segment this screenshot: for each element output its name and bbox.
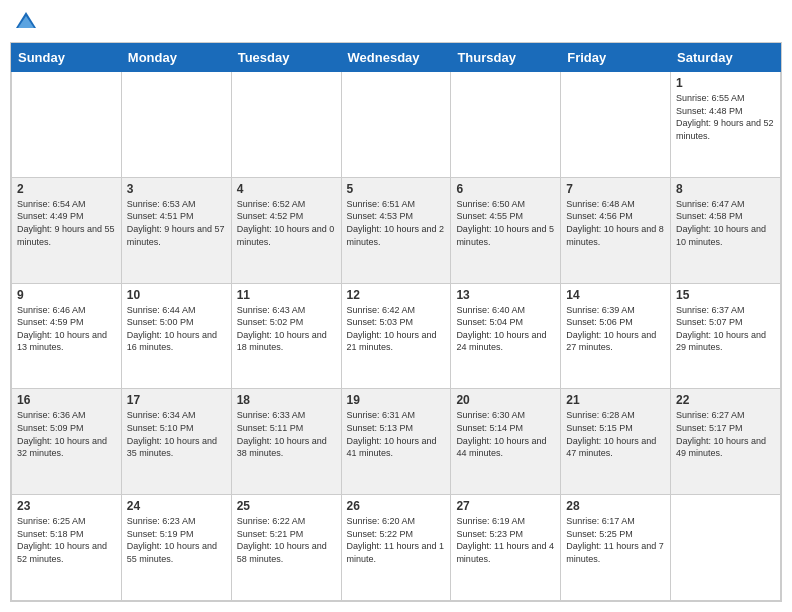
week-row-4: 23Sunrise: 6:25 AM Sunset: 5:18 PM Dayli… bbox=[12, 495, 781, 601]
day-info: Sunrise: 6:44 AM Sunset: 5:00 PM Dayligh… bbox=[127, 304, 226, 354]
day-cell: 28Sunrise: 6:17 AM Sunset: 5:25 PM Dayli… bbox=[561, 495, 671, 601]
day-cell: 13Sunrise: 6:40 AM Sunset: 5:04 PM Dayli… bbox=[451, 283, 561, 389]
day-cell: 4Sunrise: 6:52 AM Sunset: 4:52 PM Daylig… bbox=[231, 177, 341, 283]
week-row-1: 2Sunrise: 6:54 AM Sunset: 4:49 PM Daylig… bbox=[12, 177, 781, 283]
week-row-0: 1Sunrise: 6:55 AM Sunset: 4:48 PM Daylig… bbox=[12, 72, 781, 178]
day-cell: 22Sunrise: 6:27 AM Sunset: 5:17 PM Dayli… bbox=[671, 389, 781, 495]
day-number: 20 bbox=[456, 393, 555, 407]
calendar: SundayMondayTuesdayWednesdayThursdayFrid… bbox=[10, 42, 782, 602]
day-number: 6 bbox=[456, 182, 555, 196]
week-row-3: 16Sunrise: 6:36 AM Sunset: 5:09 PM Dayli… bbox=[12, 389, 781, 495]
day-cell: 8Sunrise: 6:47 AM Sunset: 4:58 PM Daylig… bbox=[671, 177, 781, 283]
day-cell: 9Sunrise: 6:46 AM Sunset: 4:59 PM Daylig… bbox=[12, 283, 122, 389]
day-number: 25 bbox=[237, 499, 336, 513]
day-cell: 23Sunrise: 6:25 AM Sunset: 5:18 PM Dayli… bbox=[12, 495, 122, 601]
day-number: 26 bbox=[347, 499, 446, 513]
day-info: Sunrise: 6:31 AM Sunset: 5:13 PM Dayligh… bbox=[347, 409, 446, 459]
day-number: 9 bbox=[17, 288, 116, 302]
day-number: 28 bbox=[566, 499, 665, 513]
day-header-tuesday: Tuesday bbox=[231, 44, 341, 72]
day-info: Sunrise: 6:37 AM Sunset: 5:07 PM Dayligh… bbox=[676, 304, 775, 354]
header-row: SundayMondayTuesdayWednesdayThursdayFrid… bbox=[12, 44, 781, 72]
day-cell: 3Sunrise: 6:53 AM Sunset: 4:51 PM Daylig… bbox=[121, 177, 231, 283]
day-cell: 16Sunrise: 6:36 AM Sunset: 5:09 PM Dayli… bbox=[12, 389, 122, 495]
day-cell: 19Sunrise: 6:31 AM Sunset: 5:13 PM Dayli… bbox=[341, 389, 451, 495]
day-cell bbox=[451, 72, 561, 178]
day-info: Sunrise: 6:46 AM Sunset: 4:59 PM Dayligh… bbox=[17, 304, 116, 354]
day-info: Sunrise: 6:20 AM Sunset: 5:22 PM Dayligh… bbox=[347, 515, 446, 565]
day-cell: 27Sunrise: 6:19 AM Sunset: 5:23 PM Dayli… bbox=[451, 495, 561, 601]
day-header-monday: Monday bbox=[121, 44, 231, 72]
day-cell bbox=[12, 72, 122, 178]
day-info: Sunrise: 6:27 AM Sunset: 5:17 PM Dayligh… bbox=[676, 409, 775, 459]
day-cell: 10Sunrise: 6:44 AM Sunset: 5:00 PM Dayli… bbox=[121, 283, 231, 389]
header bbox=[10, 10, 782, 34]
day-number: 15 bbox=[676, 288, 775, 302]
day-header-wednesday: Wednesday bbox=[341, 44, 451, 72]
day-cell: 18Sunrise: 6:33 AM Sunset: 5:11 PM Dayli… bbox=[231, 389, 341, 495]
day-number: 11 bbox=[237, 288, 336, 302]
day-number: 16 bbox=[17, 393, 116, 407]
page: SundayMondayTuesdayWednesdayThursdayFrid… bbox=[0, 0, 792, 612]
day-cell: 21Sunrise: 6:28 AM Sunset: 5:15 PM Dayli… bbox=[561, 389, 671, 495]
day-number: 27 bbox=[456, 499, 555, 513]
day-info: Sunrise: 6:34 AM Sunset: 5:10 PM Dayligh… bbox=[127, 409, 226, 459]
week-row-2: 9Sunrise: 6:46 AM Sunset: 4:59 PM Daylig… bbox=[12, 283, 781, 389]
day-number: 10 bbox=[127, 288, 226, 302]
day-info: Sunrise: 6:53 AM Sunset: 4:51 PM Dayligh… bbox=[127, 198, 226, 248]
day-cell: 14Sunrise: 6:39 AM Sunset: 5:06 PM Dayli… bbox=[561, 283, 671, 389]
day-cell: 24Sunrise: 6:23 AM Sunset: 5:19 PM Dayli… bbox=[121, 495, 231, 601]
day-number: 24 bbox=[127, 499, 226, 513]
day-cell: 1Sunrise: 6:55 AM Sunset: 4:48 PM Daylig… bbox=[671, 72, 781, 178]
day-info: Sunrise: 6:40 AM Sunset: 5:04 PM Dayligh… bbox=[456, 304, 555, 354]
day-cell bbox=[671, 495, 781, 601]
day-number: 14 bbox=[566, 288, 665, 302]
day-info: Sunrise: 6:30 AM Sunset: 5:14 PM Dayligh… bbox=[456, 409, 555, 459]
day-info: Sunrise: 6:23 AM Sunset: 5:19 PM Dayligh… bbox=[127, 515, 226, 565]
day-info: Sunrise: 6:54 AM Sunset: 4:49 PM Dayligh… bbox=[17, 198, 116, 248]
day-cell bbox=[561, 72, 671, 178]
day-number: 3 bbox=[127, 182, 226, 196]
day-number: 23 bbox=[17, 499, 116, 513]
day-cell: 17Sunrise: 6:34 AM Sunset: 5:10 PM Dayli… bbox=[121, 389, 231, 495]
day-cell: 2Sunrise: 6:54 AM Sunset: 4:49 PM Daylig… bbox=[12, 177, 122, 283]
day-number: 12 bbox=[347, 288, 446, 302]
day-cell: 11Sunrise: 6:43 AM Sunset: 5:02 PM Dayli… bbox=[231, 283, 341, 389]
day-number: 21 bbox=[566, 393, 665, 407]
day-info: Sunrise: 6:22 AM Sunset: 5:21 PM Dayligh… bbox=[237, 515, 336, 565]
day-number: 4 bbox=[237, 182, 336, 196]
day-info: Sunrise: 6:48 AM Sunset: 4:56 PM Dayligh… bbox=[566, 198, 665, 248]
day-number: 13 bbox=[456, 288, 555, 302]
day-cell: 7Sunrise: 6:48 AM Sunset: 4:56 PM Daylig… bbox=[561, 177, 671, 283]
day-number: 18 bbox=[237, 393, 336, 407]
day-header-sunday: Sunday bbox=[12, 44, 122, 72]
day-number: 5 bbox=[347, 182, 446, 196]
day-cell: 20Sunrise: 6:30 AM Sunset: 5:14 PM Dayli… bbox=[451, 389, 561, 495]
day-cell: 25Sunrise: 6:22 AM Sunset: 5:21 PM Dayli… bbox=[231, 495, 341, 601]
day-info: Sunrise: 6:28 AM Sunset: 5:15 PM Dayligh… bbox=[566, 409, 665, 459]
day-info: Sunrise: 6:43 AM Sunset: 5:02 PM Dayligh… bbox=[237, 304, 336, 354]
day-header-saturday: Saturday bbox=[671, 44, 781, 72]
day-cell bbox=[231, 72, 341, 178]
day-info: Sunrise: 6:17 AM Sunset: 5:25 PM Dayligh… bbox=[566, 515, 665, 565]
day-cell: 6Sunrise: 6:50 AM Sunset: 4:55 PM Daylig… bbox=[451, 177, 561, 283]
day-info: Sunrise: 6:51 AM Sunset: 4:53 PM Dayligh… bbox=[347, 198, 446, 248]
day-info: Sunrise: 6:52 AM Sunset: 4:52 PM Dayligh… bbox=[237, 198, 336, 248]
day-info: Sunrise: 6:39 AM Sunset: 5:06 PM Dayligh… bbox=[566, 304, 665, 354]
day-info: Sunrise: 6:33 AM Sunset: 5:11 PM Dayligh… bbox=[237, 409, 336, 459]
day-cell: 15Sunrise: 6:37 AM Sunset: 5:07 PM Dayli… bbox=[671, 283, 781, 389]
day-info: Sunrise: 6:25 AM Sunset: 5:18 PM Dayligh… bbox=[17, 515, 116, 565]
day-info: Sunrise: 6:36 AM Sunset: 5:09 PM Dayligh… bbox=[17, 409, 116, 459]
day-cell: 26Sunrise: 6:20 AM Sunset: 5:22 PM Dayli… bbox=[341, 495, 451, 601]
day-cell: 12Sunrise: 6:42 AM Sunset: 5:03 PM Dayli… bbox=[341, 283, 451, 389]
day-cell: 5Sunrise: 6:51 AM Sunset: 4:53 PM Daylig… bbox=[341, 177, 451, 283]
day-info: Sunrise: 6:47 AM Sunset: 4:58 PM Dayligh… bbox=[676, 198, 775, 248]
day-cell bbox=[121, 72, 231, 178]
calendar-table: SundayMondayTuesdayWednesdayThursdayFrid… bbox=[11, 43, 781, 601]
day-info: Sunrise: 6:50 AM Sunset: 4:55 PM Dayligh… bbox=[456, 198, 555, 248]
day-cell bbox=[341, 72, 451, 178]
day-header-thursday: Thursday bbox=[451, 44, 561, 72]
day-info: Sunrise: 6:55 AM Sunset: 4:48 PM Dayligh… bbox=[676, 92, 775, 142]
day-number: 8 bbox=[676, 182, 775, 196]
day-number: 7 bbox=[566, 182, 665, 196]
